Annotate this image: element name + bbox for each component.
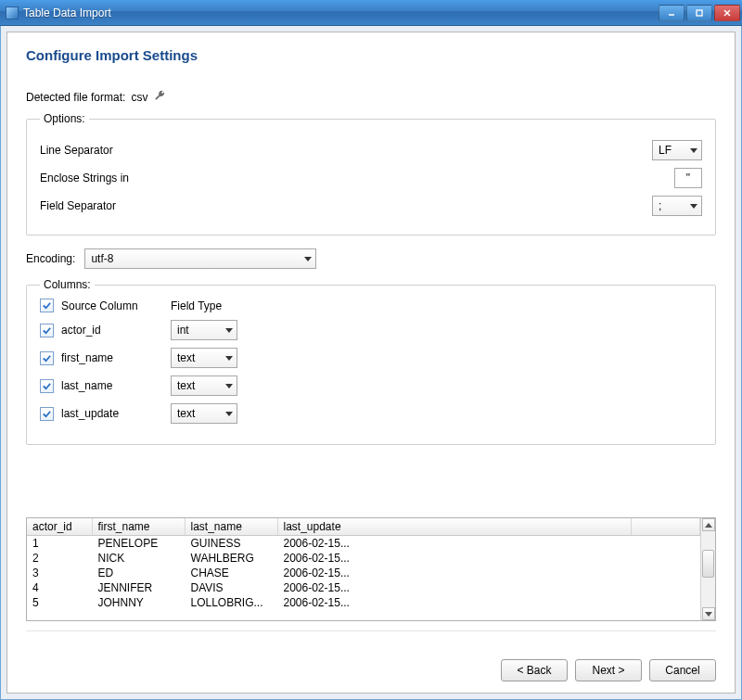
preview-cell: CHASE [185,566,277,580]
preview-cell: 1 [27,536,92,552]
preview-cell: DAVIS [185,580,277,595]
chevron-down-icon [690,148,697,153]
detected-format-value: csv [131,91,147,104]
field-separator-value: ; [659,199,661,212]
line-separator-label: Line Separator [40,144,188,157]
preview-cell: WAHLBERG [185,551,277,566]
preview-scrollbar[interactable] [700,518,715,620]
column-checkbox[interactable] [40,379,54,393]
columns-header-type: Field Type [171,299,222,312]
preview-cell: NICK [92,551,185,566]
table-row[interactable]: 2NICKWAHLBERG2006-02-15... [27,551,700,566]
scroll-thumb[interactable] [702,550,714,578]
table-row[interactable]: 4JENNIFERDAVIS2006-02-15... [27,580,700,595]
field-separator-label: Field Separator [40,199,188,212]
column-type-select[interactable]: int [171,320,237,340]
preview-cell: 3 [27,566,92,580]
titlebar: Table Data Import [0,0,742,26]
column-checkbox[interactable] [40,324,54,337]
back-button-label: < Back [517,664,551,677]
column-row: last_nametext [40,375,702,396]
preview-cell: PENELOPE [92,536,185,552]
maximize-button[interactable] [686,5,712,21]
detected-format-label: Detected file format: [26,91,125,104]
column-type-select[interactable]: text [171,348,237,368]
next-button-label: Next > [592,664,624,677]
preview-table: actor_idfirst_namelast_namelast_update 1… [27,518,700,610]
enclose-value: " [686,172,690,185]
options-legend: Options: [40,112,89,125]
column-type-value: int [177,324,189,337]
svg-rect-1 [697,10,702,16]
preview-header-cell[interactable]: last_name [185,518,277,536]
preview-cell: 2006-02-15... [277,536,632,552]
close-button[interactable] [714,5,740,21]
column-checkbox[interactable] [40,351,54,365]
encoding-row: Encoding: utf-8 [26,248,716,269]
scroll-up-button[interactable] [702,518,715,531]
column-row: first_nametext [40,348,702,368]
chevron-down-icon [225,356,233,361]
preview-cell: 4 [27,580,92,595]
encoding-label: Encoding: [26,252,75,265]
columns-checkbox-all[interactable] [40,299,54,312]
preview-cell: GUINESS [185,536,277,552]
column-row: last_updatetext [40,403,702,424]
scroll-track[interactable] [701,531,715,607]
preview-cell: 5 [27,595,92,610]
columns-header-row: Source Column Field Type [40,299,702,312]
table-row[interactable]: 5JOHNNYLOLLOBRIG...2006-02-15... [27,595,700,610]
footer-buttons: < Back Next > Cancel [26,630,716,681]
preview-header-cell[interactable]: actor_id [27,518,92,536]
columns-group: Columns: Source Column Field Type actor_… [26,278,716,445]
preview-cell: JENNIFER [92,580,185,595]
column-type-value: text [177,407,195,420]
preview-cell: ED [92,566,185,580]
encoding-select[interactable]: utf-8 [84,248,316,269]
enclose-label: Enclose Strings in [40,172,188,185]
chevron-down-icon [225,384,233,388]
preview-cell: 2 [27,551,92,566]
preview-cell: LOLLOBRIG... [185,595,277,610]
column-name: last_name [61,379,163,392]
enclose-input[interactable]: " [674,168,702,188]
encoding-value: utf-8 [91,252,113,265]
table-row[interactable]: 1PENELOPEGUINESS2006-02-15... [27,536,700,552]
wrench-icon[interactable] [153,89,166,105]
line-separator-select[interactable]: LF [652,140,702,160]
column-name: first_name [61,351,163,364]
preview-cell: 2006-02-15... [277,566,632,580]
cancel-button-label: Cancel [665,664,699,677]
next-button[interactable]: Next > [575,659,642,681]
app-icon [6,6,19,19]
column-checkbox[interactable] [40,407,54,421]
table-row[interactable]: 3EDCHASE2006-02-15... [27,566,700,580]
chevron-down-icon [225,328,233,333]
back-button[interactable]: < Back [501,659,568,681]
preview-header-filler [632,518,700,536]
field-separator-select[interactable]: ; [652,196,702,216]
scroll-down-button[interactable] [702,607,715,620]
cancel-button[interactable]: Cancel [649,659,716,681]
window-controls [659,5,740,21]
preview-table-wrap: actor_idfirst_namelast_namelast_update 1… [26,517,716,621]
chevron-down-icon [225,412,233,416]
column-type-value: text [177,351,195,364]
column-type-select[interactable]: text [171,403,237,424]
column-name: last_update [61,407,163,420]
minimize-button[interactable] [659,5,684,21]
line-separator-value: LF [659,144,672,157]
preview-cell: 2006-02-15... [277,595,632,610]
preview-cell: 2006-02-15... [277,551,632,566]
columns-header-source: Source Column [61,299,163,312]
page-title: Configure Import Settings [26,47,716,63]
preview-header-cell[interactable]: last_update [277,518,632,536]
options-group: Options: Line Separator LF Enclose Strin… [26,112,716,235]
column-type-select[interactable]: text [171,375,237,396]
chevron-down-icon [690,204,697,209]
preview-header-cell[interactable]: first_name [92,518,185,536]
column-type-value: text [177,379,195,392]
columns-legend: Columns: [40,278,95,291]
window-title: Table Data Import [23,6,659,19]
column-row: actor_idint [40,320,702,340]
